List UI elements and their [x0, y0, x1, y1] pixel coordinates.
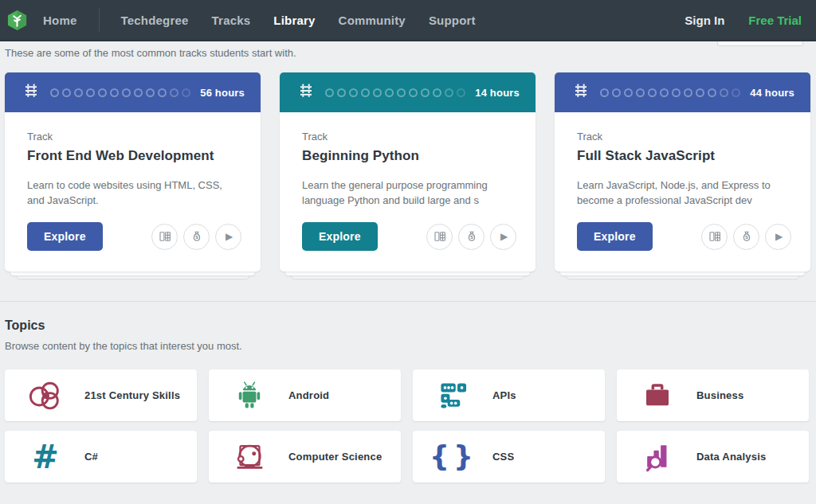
topic-card[interactable]: Data Analysis: [617, 431, 809, 483]
nav-item-tracks[interactable]: Tracks: [212, 14, 251, 27]
step-dot: [325, 88, 334, 97]
topic-label: Data Analysis: [696, 451, 766, 463]
step-dot: [86, 88, 95, 97]
play-icon[interactable]: ▶: [490, 224, 516, 250]
nav-links: Techdegree Tracks Library Community Supp…: [120, 14, 475, 27]
nav-item-community[interactable]: Community: [339, 14, 406, 27]
step-dot: [385, 88, 394, 97]
topic-card[interactable]: # C#: [5, 431, 197, 483]
track-card: 14 hours Track Beginning Python Learn th…: [280, 72, 536, 272]
nav-item-home[interactable]: Home: [43, 14, 76, 27]
play-icon[interactable]: ▶: [765, 224, 791, 250]
topic-label: Computer Science: [288, 451, 382, 463]
topic-label: 21st Century Skills: [84, 389, 180, 401]
track-description: Learn to code websites using HTML, CSS, …: [27, 178, 238, 208]
treehouse-logo-icon[interactable]: [6, 10, 28, 31]
explore-button[interactable]: Explore: [27, 222, 103, 251]
track-card: 44 hours Track Full Stack JavaScript Lea…: [555, 72, 810, 272]
track-card-header: 14 hours: [280, 72, 536, 112]
step-dot: [182, 88, 190, 97]
step-dot: [146, 88, 155, 97]
step-dot: [74, 88, 83, 97]
courses-icon[interactable]: [426, 224, 453, 250]
hash-icon: #: [26, 438, 65, 476]
svg-text:S: S: [744, 235, 747, 240]
track-description: Learn JavaScript, Node.js, and Express t…: [577, 178, 788, 208]
step-dot: [409, 88, 418, 97]
step-dot: [732, 88, 740, 97]
money-bag-icon[interactable]: S: [733, 224, 759, 250]
track-footer-icons: S ▶: [426, 224, 516, 250]
robot-icon: [230, 438, 269, 476]
nav-item-support[interactable]: Support: [429, 14, 476, 27]
svg-text:S: S: [194, 235, 198, 240]
track-rail-icon: [572, 82, 600, 103]
topic-card[interactable]: 21st Century Skills: [5, 369, 197, 421]
step-dot: [337, 88, 346, 97]
step-dot: [433, 88, 441, 97]
track-type-label: Track: [27, 131, 238, 143]
track-footer-icons: S ▶: [701, 224, 791, 250]
step-dot: [397, 88, 406, 97]
track-rail-icon: [22, 82, 50, 103]
step-dot: [660, 88, 669, 97]
sign-in-link[interactable]: Sign In: [685, 14, 724, 27]
venn-diagram-icon: [26, 377, 65, 415]
briefcase-icon: [638, 377, 677, 415]
topic-label: APIs: [492, 389, 516, 401]
step-dot: [373, 88, 382, 97]
intro-text: These are some of the most common tracks…: [0, 41, 816, 59]
topic-card[interactable]: APIs: [413, 369, 605, 421]
track-step-dots: [325, 88, 465, 97]
nav-item-library[interactable]: Library: [273, 14, 315, 27]
track-rail-icon: [297, 82, 325, 103]
money-bag-icon[interactable]: S: [183, 224, 210, 250]
courses-icon[interactable]: [701, 224, 728, 250]
track-description: Learn the general purpose programming la…: [302, 178, 513, 208]
track-card-header: 56 hours: [5, 72, 261, 112]
svg-text:S: S: [469, 235, 473, 240]
track-type-label: Track: [302, 131, 513, 143]
play-icon[interactable]: ▶: [215, 224, 241, 250]
topics-grid: 21st Century Skills Android APIs Busines…: [0, 369, 816, 483]
topic-card[interactable]: Computer Science: [209, 431, 401, 483]
courses-icon[interactable]: [151, 224, 178, 250]
step-dot: [134, 88, 143, 97]
topic-label: CSS: [492, 451, 514, 463]
step-dot: [720, 88, 728, 97]
topics-subheading: Browse content by the topics that intere…: [5, 340, 811, 352]
step-dot: [170, 88, 178, 97]
step-dot: [349, 88, 358, 97]
step-dot: [445, 88, 453, 97]
chart-magnifier-icon: [638, 438, 677, 476]
step-dot: [600, 88, 609, 97]
blocks-icon: [434, 377, 473, 415]
track-card-header: 44 hours: [555, 72, 810, 112]
explore-button[interactable]: Explore: [302, 222, 378, 251]
topic-card[interactable]: {} CSS: [413, 431, 605, 483]
track-type-label: Track: [577, 131, 788, 143]
free-trial-link[interactable]: Free Trial: [748, 14, 802, 27]
explore-button[interactable]: Explore: [577, 222, 653, 251]
topics-heading: Topics: [5, 318, 811, 333]
track-title: Full Stack JavaScript: [577, 148, 788, 164]
topic-card[interactable]: Android: [209, 369, 401, 421]
step-dot: [361, 88, 370, 97]
topic-card[interactable]: Business: [617, 369, 809, 421]
topic-label: Business: [696, 389, 743, 401]
track-step-dots: [600, 88, 740, 97]
nav-item-techdegree[interactable]: Techdegree: [120, 14, 188, 27]
money-bag-icon[interactable]: S: [458, 224, 484, 250]
track-hours-badge: 44 hours: [750, 87, 794, 99]
track-hours-badge: 14 hours: [475, 87, 520, 99]
track-step-dots: [50, 88, 190, 97]
nav-divider: [99, 8, 100, 32]
step-dot: [62, 88, 71, 97]
step-dot: [50, 88, 59, 97]
step-dot: [636, 88, 645, 97]
track-card: 56 hours Track Front End Web Development…: [5, 72, 261, 272]
step-dot: [421, 88, 430, 97]
step-dot: [696, 88, 704, 97]
step-dot: [158, 88, 167, 97]
step-dot: [684, 88, 692, 97]
